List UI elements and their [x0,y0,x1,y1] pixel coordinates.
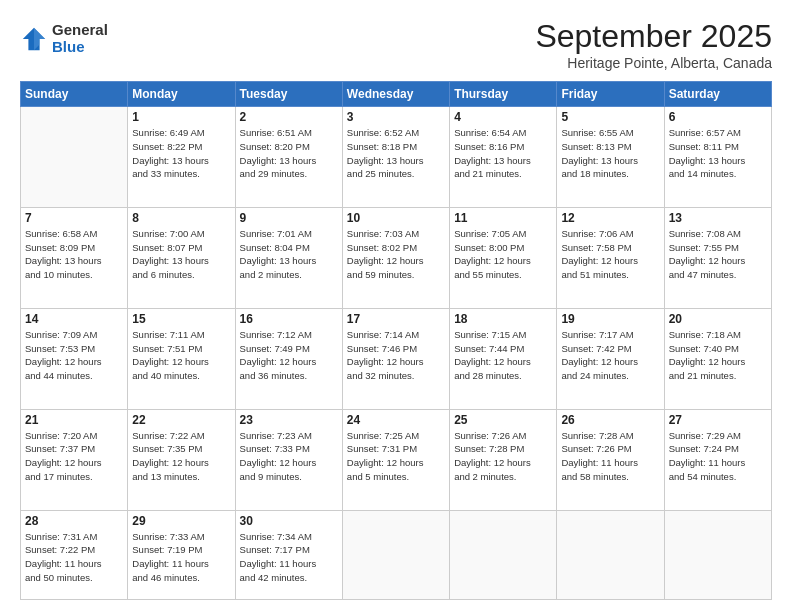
day-number: 27 [669,413,767,427]
col-saturday: Saturday [664,82,771,107]
day-number: 21 [25,413,123,427]
col-monday: Monday [128,82,235,107]
day-info: Sunrise: 6:57 AM Sunset: 8:11 PM Dayligh… [669,126,767,181]
col-sunday: Sunday [21,82,128,107]
logo-general: General [52,22,108,39]
table-row: 14Sunrise: 7:09 AM Sunset: 7:53 PM Dayli… [21,308,772,409]
table-cell: 26Sunrise: 7:28 AM Sunset: 7:26 PM Dayli… [557,409,664,510]
table-cell: 17Sunrise: 7:14 AM Sunset: 7:46 PM Dayli… [342,308,449,409]
table-cell: 6Sunrise: 6:57 AM Sunset: 8:11 PM Daylig… [664,107,771,208]
col-tuesday: Tuesday [235,82,342,107]
table-cell: 30Sunrise: 7:34 AM Sunset: 7:17 PM Dayli… [235,510,342,600]
table-cell [664,510,771,600]
month-title: September 2025 [535,18,772,55]
day-info: Sunrise: 6:52 AM Sunset: 8:18 PM Dayligh… [347,126,445,181]
day-number: 10 [347,211,445,225]
table-cell: 25Sunrise: 7:26 AM Sunset: 7:28 PM Dayli… [450,409,557,510]
day-info: Sunrise: 7:11 AM Sunset: 7:51 PM Dayligh… [132,328,230,383]
table-cell: 19Sunrise: 7:17 AM Sunset: 7:42 PM Dayli… [557,308,664,409]
day-number: 11 [454,211,552,225]
day-number: 12 [561,211,659,225]
day-info: Sunrise: 7:00 AM Sunset: 8:07 PM Dayligh… [132,227,230,282]
day-number: 13 [669,211,767,225]
day-info: Sunrise: 7:18 AM Sunset: 7:40 PM Dayligh… [669,328,767,383]
table-cell: 1Sunrise: 6:49 AM Sunset: 8:22 PM Daylig… [128,107,235,208]
day-number: 5 [561,110,659,124]
day-info: Sunrise: 7:06 AM Sunset: 7:58 PM Dayligh… [561,227,659,282]
day-number: 23 [240,413,338,427]
table-cell: 8Sunrise: 7:00 AM Sunset: 8:07 PM Daylig… [128,207,235,308]
page: General Blue September 2025 Heritage Poi… [0,0,792,612]
day-info: Sunrise: 7:01 AM Sunset: 8:04 PM Dayligh… [240,227,338,282]
day-info: Sunrise: 7:05 AM Sunset: 8:00 PM Dayligh… [454,227,552,282]
logo: General Blue [20,22,108,55]
day-info: Sunrise: 7:12 AM Sunset: 7:49 PM Dayligh… [240,328,338,383]
day-info: Sunrise: 7:20 AM Sunset: 7:37 PM Dayligh… [25,429,123,484]
day-info: Sunrise: 7:34 AM Sunset: 7:17 PM Dayligh… [240,530,338,585]
day-info: Sunrise: 6:55 AM Sunset: 8:13 PM Dayligh… [561,126,659,181]
day-info: Sunrise: 7:09 AM Sunset: 7:53 PM Dayligh… [25,328,123,383]
day-info: Sunrise: 7:08 AM Sunset: 7:55 PM Dayligh… [669,227,767,282]
calendar-table: Sunday Monday Tuesday Wednesday Thursday… [20,81,772,600]
calendar-header-row: Sunday Monday Tuesday Wednesday Thursday… [21,82,772,107]
day-info: Sunrise: 7:33 AM Sunset: 7:19 PM Dayligh… [132,530,230,585]
table-row: 21Sunrise: 7:20 AM Sunset: 7:37 PM Dayli… [21,409,772,510]
day-number: 30 [240,514,338,528]
day-number: 6 [669,110,767,124]
table-cell [557,510,664,600]
location: Heritage Pointe, Alberta, Canada [535,55,772,71]
header: General Blue September 2025 Heritage Poi… [20,18,772,71]
title-block: September 2025 Heritage Pointe, Alberta,… [535,18,772,71]
table-cell: 13Sunrise: 7:08 AM Sunset: 7:55 PM Dayli… [664,207,771,308]
table-cell: 2Sunrise: 6:51 AM Sunset: 8:20 PM Daylig… [235,107,342,208]
day-number: 22 [132,413,230,427]
table-cell: 16Sunrise: 7:12 AM Sunset: 7:49 PM Dayli… [235,308,342,409]
day-info: Sunrise: 7:29 AM Sunset: 7:24 PM Dayligh… [669,429,767,484]
day-number: 28 [25,514,123,528]
day-info: Sunrise: 6:51 AM Sunset: 8:20 PM Dayligh… [240,126,338,181]
day-info: Sunrise: 7:17 AM Sunset: 7:42 PM Dayligh… [561,328,659,383]
day-info: Sunrise: 7:28 AM Sunset: 7:26 PM Dayligh… [561,429,659,484]
day-info: Sunrise: 6:49 AM Sunset: 8:22 PM Dayligh… [132,126,230,181]
table-row: 28Sunrise: 7:31 AM Sunset: 7:22 PM Dayli… [21,510,772,600]
table-cell [450,510,557,600]
day-number: 18 [454,312,552,326]
table-cell: 5Sunrise: 6:55 AM Sunset: 8:13 PM Daylig… [557,107,664,208]
logo-blue: Blue [52,39,108,56]
day-number: 9 [240,211,338,225]
col-wednesday: Wednesday [342,82,449,107]
table-cell: 18Sunrise: 7:15 AM Sunset: 7:44 PM Dayli… [450,308,557,409]
col-friday: Friday [557,82,664,107]
day-info: Sunrise: 6:54 AM Sunset: 8:16 PM Dayligh… [454,126,552,181]
table-cell: 22Sunrise: 7:22 AM Sunset: 7:35 PM Dayli… [128,409,235,510]
table-cell [21,107,128,208]
day-number: 25 [454,413,552,427]
logo-icon [20,25,48,53]
day-number: 29 [132,514,230,528]
table-cell: 20Sunrise: 7:18 AM Sunset: 7:40 PM Dayli… [664,308,771,409]
day-info: Sunrise: 7:31 AM Sunset: 7:22 PM Dayligh… [25,530,123,585]
day-number: 15 [132,312,230,326]
table-cell: 7Sunrise: 6:58 AM Sunset: 8:09 PM Daylig… [21,207,128,308]
day-info: Sunrise: 7:03 AM Sunset: 8:02 PM Dayligh… [347,227,445,282]
day-info: Sunrise: 7:14 AM Sunset: 7:46 PM Dayligh… [347,328,445,383]
day-number: 16 [240,312,338,326]
day-number: 4 [454,110,552,124]
table-cell: 12Sunrise: 7:06 AM Sunset: 7:58 PM Dayli… [557,207,664,308]
table-cell: 28Sunrise: 7:31 AM Sunset: 7:22 PM Dayli… [21,510,128,600]
day-info: Sunrise: 7:26 AM Sunset: 7:28 PM Dayligh… [454,429,552,484]
day-number: 26 [561,413,659,427]
table-cell: 23Sunrise: 7:23 AM Sunset: 7:33 PM Dayli… [235,409,342,510]
col-thursday: Thursday [450,82,557,107]
table-cell: 21Sunrise: 7:20 AM Sunset: 7:37 PM Dayli… [21,409,128,510]
table-cell: 29Sunrise: 7:33 AM Sunset: 7:19 PM Dayli… [128,510,235,600]
day-number: 2 [240,110,338,124]
day-number: 17 [347,312,445,326]
day-number: 3 [347,110,445,124]
table-row: 7Sunrise: 6:58 AM Sunset: 8:09 PM Daylig… [21,207,772,308]
table-row: 1Sunrise: 6:49 AM Sunset: 8:22 PM Daylig… [21,107,772,208]
day-number: 7 [25,211,123,225]
table-cell: 24Sunrise: 7:25 AM Sunset: 7:31 PM Dayli… [342,409,449,510]
table-cell: 4Sunrise: 6:54 AM Sunset: 8:16 PM Daylig… [450,107,557,208]
day-info: Sunrise: 7:15 AM Sunset: 7:44 PM Dayligh… [454,328,552,383]
